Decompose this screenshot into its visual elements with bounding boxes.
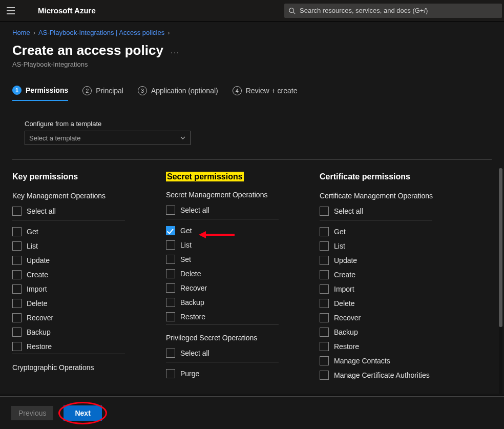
opt-label: Backup bbox=[180, 298, 204, 307]
cert-op-get[interactable]: Get bbox=[320, 224, 473, 239]
step-label: Application (optional) bbox=[151, 87, 218, 95]
opt-label: Get bbox=[27, 228, 38, 236]
template-select[interactable]: Select a template bbox=[25, 131, 191, 145]
step-application[interactable]: 3 Application (optional) bbox=[138, 86, 218, 101]
opt-label: Recover bbox=[180, 284, 207, 292]
checkbox-icon bbox=[166, 240, 175, 250]
list-divider bbox=[166, 324, 279, 324]
opt-label: Delete bbox=[27, 299, 47, 308]
key-op-create[interactable]: Create bbox=[12, 268, 166, 282]
secret-op-list[interactable]: List bbox=[166, 238, 320, 252]
checkbox-icon bbox=[12, 241, 22, 251]
secret-op-set[interactable]: Set bbox=[166, 252, 320, 267]
step-number-icon: 2 bbox=[82, 86, 92, 95]
step-review[interactable]: 4 Review + create bbox=[233, 86, 298, 101]
secret-op-get[interactable]: Get bbox=[166, 223, 320, 238]
secret-priv-purge[interactable]: Purge bbox=[166, 366, 320, 381]
previous-button[interactable]: Previous bbox=[11, 406, 53, 420]
opt-label: List bbox=[334, 242, 345, 250]
secret-op-backup[interactable]: Backup bbox=[166, 295, 320, 310]
checkbox-icon bbox=[12, 342, 22, 351]
key-op-delete[interactable]: Delete bbox=[12, 296, 166, 311]
step-permissions[interactable]: 1 Permissions bbox=[12, 86, 68, 101]
opt-label: Create bbox=[334, 271, 355, 279]
cert-op-manage-contacts[interactable]: Manage Contacts bbox=[320, 354, 473, 368]
list-divider bbox=[166, 219, 279, 219]
opt-label: Recover bbox=[334, 314, 361, 322]
secret-select-all[interactable]: Select all bbox=[166, 203, 320, 219]
secret-op-recover[interactable]: Recover bbox=[166, 281, 320, 295]
global-search[interactable]: Search resources, services, and docs (G+… bbox=[284, 4, 502, 18]
brand-label: Microsoft Azure bbox=[22, 6, 96, 15]
secret-op-delete[interactable]: Delete bbox=[166, 267, 320, 281]
cert-op-import[interactable]: Import bbox=[320, 282, 473, 296]
opt-label: Update bbox=[334, 256, 357, 264]
secret-priv-select-all[interactable]: Select all bbox=[166, 346, 320, 362]
cert-select-all[interactable]: Select all bbox=[320, 204, 473, 220]
key-mgmt-subhead: Key Management Operations bbox=[12, 192, 166, 200]
scrollbar-thumb[interactable] bbox=[499, 168, 502, 327]
checkbox-icon bbox=[320, 356, 329, 365]
checkbox-icon bbox=[166, 269, 175, 278]
key-op-list[interactable]: List bbox=[12, 239, 166, 253]
secret-mgmt-subhead: Secret Management Operations bbox=[166, 191, 320, 199]
cert-op-restore[interactable]: Restore bbox=[320, 339, 473, 354]
checkbox-icon bbox=[320, 270, 329, 279]
checkbox-icon bbox=[166, 206, 175, 215]
cert-op-delete[interactable]: Delete bbox=[320, 296, 473, 311]
breadcrumb: Home › AS-Playbook-Integrations | Access… bbox=[0, 22, 504, 39]
opt-label: Backup bbox=[334, 328, 358, 336]
scrollbar[interactable] bbox=[499, 168, 502, 394]
section-divider bbox=[12, 159, 492, 160]
secret-priv-subhead: Privileged Secret Operations bbox=[166, 334, 320, 342]
checkbox-icon bbox=[12, 299, 22, 308]
key-op-restore[interactable]: Restore bbox=[12, 339, 166, 354]
select-all-label: Select all bbox=[180, 349, 209, 357]
checkbox-icon bbox=[320, 284, 329, 294]
cert-op-backup[interactable]: Backup bbox=[320, 325, 473, 339]
checkbox-icon bbox=[166, 312, 175, 321]
hamburger-icon bbox=[6, 6, 15, 15]
checkbox-icon bbox=[166, 283, 175, 293]
secret-op-restore[interactable]: Restore bbox=[166, 310, 320, 324]
opt-label: Manage Contacts bbox=[334, 357, 390, 365]
chevron-right-icon: › bbox=[33, 29, 35, 36]
key-op-get[interactable]: Get bbox=[12, 224, 166, 239]
checkbox-icon bbox=[320, 227, 329, 236]
breadcrumb-home[interactable]: Home bbox=[12, 29, 30, 36]
cert-op-list[interactable]: List bbox=[320, 239, 473, 253]
cert-op-manage-cert-authorities[interactable]: Manage Certificate Authorities bbox=[320, 368, 473, 382]
checkbox-icon bbox=[320, 299, 329, 308]
step-principal[interactable]: 2 Principal bbox=[82, 86, 123, 101]
key-op-update[interactable]: Update bbox=[12, 253, 166, 268]
hamburger-menu-button[interactable] bbox=[0, 0, 22, 22]
cert-op-recover[interactable]: Recover bbox=[320, 311, 473, 325]
checkbox-icon bbox=[12, 227, 22, 236]
search-placeholder-text: Search resources, services, and docs (G+… bbox=[300, 7, 498, 14]
checkbox-icon bbox=[166, 369, 175, 378]
page-title: Create an access policy bbox=[12, 43, 163, 58]
opt-label: Manage Certificate Authorities bbox=[334, 371, 430, 379]
step-label: Permissions bbox=[26, 86, 68, 94]
key-op-recover[interactable]: Recover bbox=[12, 311, 166, 325]
opt-label: Delete bbox=[334, 299, 354, 308]
opt-label: List bbox=[27, 242, 38, 250]
opt-label: Create bbox=[27, 271, 48, 279]
opt-label: Import bbox=[27, 285, 47, 293]
checkbox-icon bbox=[12, 270, 22, 279]
key-select-all[interactable]: Select all bbox=[12, 204, 166, 220]
cert-op-update[interactable]: Update bbox=[320, 253, 473, 268]
list-divider bbox=[12, 220, 125, 220]
breadcrumb-parent[interactable]: AS-Playbook-Integrations | Access polici… bbox=[38, 29, 164, 36]
checkbox-icon bbox=[320, 342, 329, 351]
checkbox-icon bbox=[12, 328, 22, 337]
opt-label: Get bbox=[180, 227, 192, 235]
cert-op-create[interactable]: Create bbox=[320, 268, 473, 282]
search-icon bbox=[288, 7, 296, 14]
more-actions-button[interactable]: ··· bbox=[171, 48, 180, 56]
step-number-icon: 3 bbox=[138, 86, 147, 95]
key-op-import[interactable]: Import bbox=[12, 282, 166, 296]
key-op-backup[interactable]: Backup bbox=[12, 325, 166, 339]
svg-point-0 bbox=[289, 8, 294, 12]
secret-permissions-column: Secret permissions Secret Management Ope… bbox=[166, 172, 320, 382]
